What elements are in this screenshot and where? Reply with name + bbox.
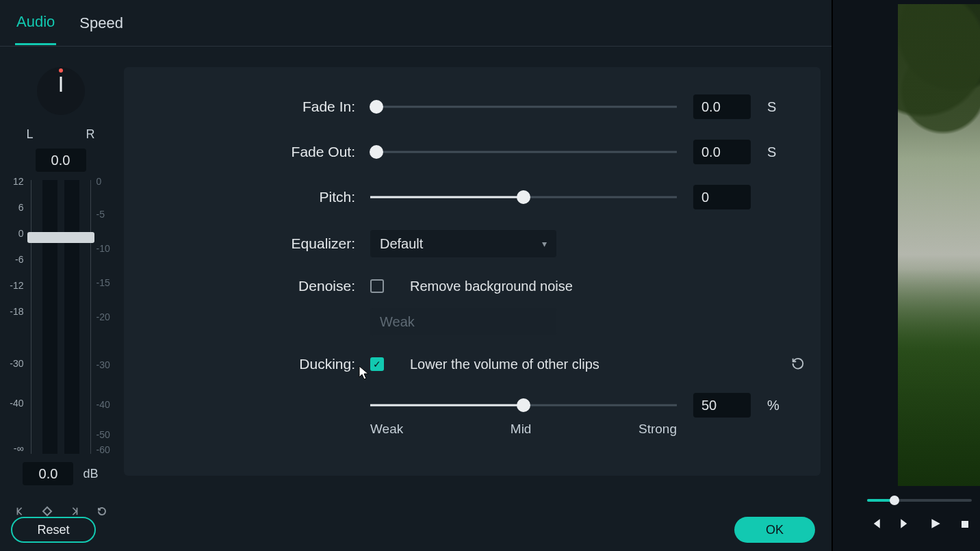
ducking-value[interactable]: 50 [693,393,751,418]
meter-ticks-right: 0 -5 -10 -15 -20 -30 -40 -50 -60 [91,180,117,454]
fade-in-value[interactable]: 0.0 [693,94,751,119]
ducking-mark-weak: Weak [370,422,403,437]
pan-l-label: L [27,127,34,142]
fade-in-unit: S [767,99,784,115]
volume-thumb[interactable] [27,232,94,243]
ok-button[interactable]: OK [734,517,815,543]
denoise-strength-select: Weak [370,308,556,335]
ducking-mark-strong: Strong [639,422,677,437]
step-forward-icon[interactable] [899,517,912,533]
pitch-row: Pitch: 0 [124,185,784,209]
fade-out-label: Fade Out: [124,144,370,160]
dialog-buttons: Reset OK [11,517,815,543]
fade-out-value[interactable]: 0.0 [693,140,751,164]
add-keyframe-icon[interactable] [40,504,54,518]
preview-panel [831,0,980,551]
ducking-amount-row: 50 % [124,393,784,418]
volume-column: L R 0.0 12 6 0 -6 -12 -18 -30 -40 -∞ [0,47,121,551]
denoise-cb-label: Remove background noise [410,279,573,294]
denoise-strength-value: Weak [380,314,415,330]
fade-in-slider[interactable] [370,97,677,116]
denoise-label: Denoise: [124,278,370,294]
fade-in-label: Fade In: [124,99,370,115]
chevron-down-icon: ▾ [542,238,547,249]
ducking-mark-mid: Mid [511,422,532,437]
audio-settings-panel: Audio Speed L R 0.0 12 6 0 -6 -12 -18 -3… [0,0,831,551]
undo-keyframe-icon[interactable] [95,504,109,518]
ducking-row: Ducking: Lower the volume of other clips [124,356,784,372]
play-icon[interactable] [929,517,942,533]
tab-audio[interactable]: Audio [15,1,56,45]
ducking-reset-icon[interactable] [790,356,807,372]
fade-out-slider[interactable] [370,142,677,162]
equalizer-label: Equalizer: [124,235,370,252]
pitch-slider[interactable] [370,188,677,207]
reset-button[interactable]: Reset [11,517,96,543]
pan-value[interactable]: 0.0 [36,149,86,172]
equalizer-row: Equalizer: Default ▾ [124,230,784,257]
keyframe-controls [13,504,109,518]
preview-transport [833,517,980,533]
stop-icon[interactable] [959,517,970,533]
pan-knob[interactable] [37,67,85,115]
db-unit: dB [83,467,98,481]
ducking-cb-label: Lower the volume of other clips [410,357,599,372]
prev-keyframe-icon[interactable] [13,504,27,518]
svg-rect-0 [962,521,968,528]
fade-out-unit: S [767,144,784,160]
equalizer-selected: Default [380,236,423,252]
step-back-icon[interactable] [869,517,881,533]
ducking-slider[interactable] [370,396,677,415]
preview-thumbnail [898,4,980,486]
denoise-strength-row: Weak [124,308,784,335]
settings-form: Fade In: 0.0 S Fade Out: 0.0 S [124,67,821,476]
equalizer-select[interactable]: Default ▾ [370,230,556,257]
db-value[interactable]: 0.0 [23,462,73,485]
volume-meter[interactable] [31,180,91,454]
pitch-value[interactable]: 0 [693,185,751,209]
pan-lr-labels: L R [27,127,95,142]
ducking-checkbox[interactable] [370,357,384,371]
preview-progress-slider[interactable] [867,498,972,502]
denoise-checkbox[interactable] [370,279,384,293]
fade-in-row: Fade In: 0.0 S [124,94,784,119]
next-keyframe-icon[interactable] [68,504,81,518]
ducking-label: Ducking: [124,356,370,372]
meter-ticks-left: 12 6 0 -6 -12 -18 -30 -40 -∞ [5,180,31,454]
pan-r-label: R [86,127,95,142]
pitch-label: Pitch: [124,189,370,205]
tab-speed[interactable]: Speed [78,2,125,44]
ducking-unit: % [767,398,784,413]
tab-bar: Audio Speed [0,0,831,47]
fade-out-row: Fade Out: 0.0 S [124,140,784,164]
denoise-row: Denoise: Remove background noise [124,278,784,294]
